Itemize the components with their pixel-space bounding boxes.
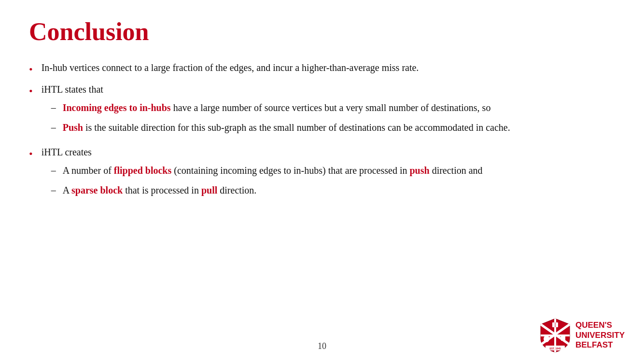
highlight-push-2: push [409,165,429,176]
sub-item-3-1: – A number of flipped blocks (containing… [51,163,615,178]
sub-dash-3-2: – [51,183,56,197]
svg-text:EST. 1845: EST. 1845 [549,347,560,350]
highlight-sparse-block: sparse block [71,185,123,195]
sub-list-2: – Incoming edges to in-hubs have a large… [51,100,615,135]
page-number: 10 [318,341,326,351]
sub-text-3-1-mid: (containing incoming edges to in-hubs) t… [171,165,409,176]
logo-line1: QUEEN'S [575,320,625,330]
bullet-text-1: In-hub vertices connect to a large fract… [42,60,615,75]
sub-list-3: – A number of flipped blocks (containing… [51,163,615,198]
bullet-dot-3: • [29,146,33,162]
sub-text-2-2-rest: is the suitable direction for this sub-g… [83,122,510,133]
sub-item-3-2: – A sparse block that is processed in pu… [51,183,615,198]
sub-text-3-2-pre: A [63,185,71,195]
sub-text-3-1-pre: A number of [63,165,114,176]
qub-shield-icon: EST. 1845 [540,318,571,353]
main-bullet-list: • In-hub vertices connect to a large fra… [29,60,615,203]
bullet-item-2: • iHTL states that – Incoming edges to i… [29,82,615,140]
sub-dash-2-1: – [51,100,56,115]
sub-dash-3-1: – [51,163,56,178]
bullet-text-3: iHTL creates – A number of flipped block… [42,145,615,203]
slide-title: Conclusion [29,17,615,46]
logo-line2: UNIVERSITY [575,331,625,340]
university-logo: EST. 1845 QUEEN'S UNIVERSITY BELFAST [540,318,625,353]
bullet-dot-1: • [29,61,33,77]
svg-point-6 [544,335,549,342]
sub-item-2-1: – Incoming edges to in-hubs have a large… [51,100,615,115]
bullet-text-2: iHTL states that – Incoming edges to in-… [42,82,615,140]
bullet3-intro: iHTL creates [42,147,92,157]
highlight-incoming-edges: Incoming edges to in-hubs [63,102,171,113]
sub-dash-2-2: – [51,120,56,135]
sub-item-2-2: – Push is the suitable direction for thi… [51,120,615,135]
highlight-pull: pull [201,185,217,195]
logo-line3: BELFAST [575,340,625,350]
sub-text-3-2-mid: that is processed in [123,185,201,195]
svg-rect-7 [561,336,565,341]
bullet-item-3: • iHTL creates – A number of flipped blo… [29,145,615,203]
slide-content: • In-hub vertices connect to a large fra… [29,60,615,203]
bullet-item-1: • In-hub vertices connect to a large fra… [29,60,615,77]
sub-text-2-2: Push is the suitable direction for this … [63,120,615,135]
highlight-push: Push [63,122,83,133]
sub-text-2-1-rest: have a large number of source vertices b… [171,102,491,113]
sub-text-3-2-end: direction. [217,185,256,195]
sub-text-3-1-end: direction and [430,165,483,176]
university-name: QUEEN'S UNIVERSITY BELFAST [575,320,625,350]
sub-text-2-1: Incoming edges to in-hubs have a large n… [63,100,615,115]
sub-text-3-2: A sparse block that is processed in pull… [63,183,615,198]
bullet-dot-2: • [29,83,33,99]
slide-container: Conclusion • In-hub vertices connect to … [0,0,644,362]
sub-text-3-1: A number of flipped blocks (containing i… [63,163,615,178]
highlight-flipped-blocks: flipped blocks [114,165,171,176]
bullet2-intro: iHTL states that [42,84,103,95]
